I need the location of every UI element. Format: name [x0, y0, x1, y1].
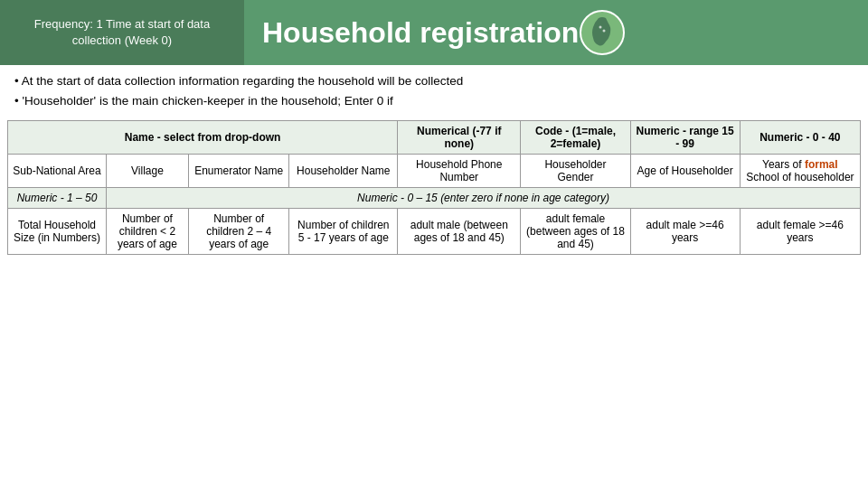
- bullet-2: • 'Householder' is the main chicken-keep…: [14, 92, 854, 110]
- table-row-size: Total Household Size (in Numbers) Number…: [8, 208, 861, 254]
- numeric-0-15: Numeric - 0 – 15 (enter zero if none in …: [107, 187, 861, 208]
- col-householder-name: Householder Name: [289, 154, 398, 187]
- main-table: Name - select from drop-down Numerical (…: [7, 120, 861, 255]
- table-row-numeric: Numeric - 1 – 50 Numeric - 0 – 15 (enter…: [8, 187, 861, 208]
- name-select-cell: Name - select from drop-down: [8, 120, 398, 154]
- bullet-section: • At the start of data collection inform…: [0, 65, 868, 117]
- bullet-1: • At the start of data collection inform…: [14, 72, 854, 90]
- adult-male-18-45: adult male (between ages of 18 and 45): [398, 208, 521, 254]
- col-enum: Enumerator Name: [188, 154, 289, 187]
- header-title-area: Household registration: [244, 0, 868, 65]
- logo-icon: [579, 9, 626, 56]
- adult-female-18-45: adult female (between ages of 18 and 45): [521, 208, 630, 254]
- table-row-header1: Name - select from drop-down Numerical (…: [8, 120, 861, 154]
- header: Frequency: 1 Time at start of data colle…: [0, 0, 868, 65]
- total-household-size: Total Household Size (in Numbers): [8, 208, 107, 254]
- children-5-17: Number of children 5 - 17 years of age: [289, 208, 398, 254]
- col-village: Village: [107, 154, 189, 187]
- children-lt2: Number of children < 2 years of age: [107, 208, 189, 254]
- svg-point-1: [599, 26, 602, 29]
- page-title: Household registration: [262, 16, 579, 50]
- adult-female-46plus: adult female >=46 years: [740, 208, 860, 254]
- header-frequency: Frequency: 1 Time at start of data colle…: [0, 0, 244, 65]
- col-phone: Household Phone Number: [398, 154, 521, 187]
- table-wrapper: Name - select from drop-down Numerical (…: [0, 120, 868, 255]
- numeric-range-cell: Numeric - range 15 - 99: [630, 120, 740, 154]
- children-2-4: Number of children 2 – 4 years of age: [188, 208, 289, 254]
- col-school: Years of formal School of householder: [740, 154, 860, 187]
- numeric-040-cell: Numeric - 0 - 40: [740, 120, 860, 154]
- code-cell: Code - (1=male, 2=female): [521, 120, 630, 154]
- adult-male-46plus: adult male >=46 years: [630, 208, 740, 254]
- numeric-1-50: Numeric - 1 – 50: [8, 187, 107, 208]
- table-row-columns: Sub-National Area Village Enumerator Nam…: [8, 154, 861, 187]
- numerical-cell: Numerical (-77 if none): [398, 120, 521, 154]
- col-age: Age of Householder: [630, 154, 740, 187]
- svg-point-2: [603, 30, 606, 33]
- col-gender: Householder Gender: [521, 154, 630, 187]
- col-subnat: Sub-National Area: [8, 154, 107, 187]
